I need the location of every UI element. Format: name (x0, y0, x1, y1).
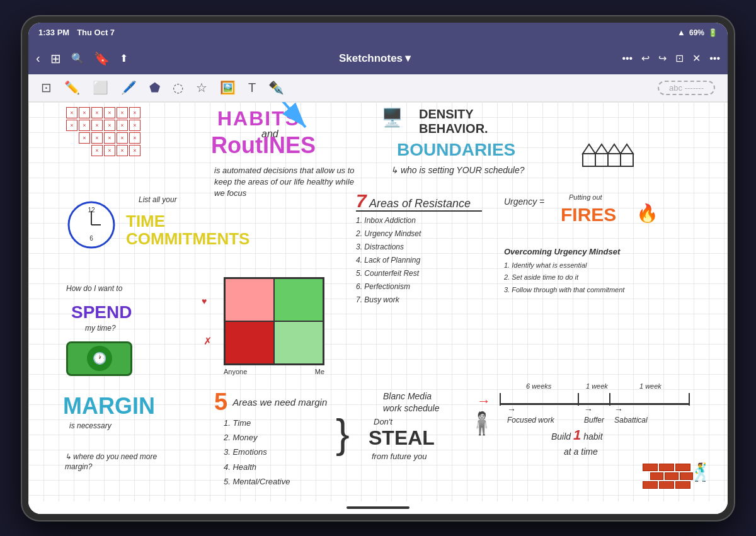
lasso-tool[interactable]: ◌ (173, 80, 183, 95)
date-display: Thu Oct 7 (77, 28, 115, 37)
main-content: ××× ××× ××× ××× ×× ××× ××× × 🖥️ (28, 102, 728, 501)
five-list: 1. Time 2. Money 3. Emotions 4. Health 5… (224, 416, 290, 489)
share-button[interactable]: ⬆ (120, 52, 128, 64)
status-bar: 1:33 PM Thu Oct 7 ▲ 69% 🔋 (28, 23, 728, 43)
pencil-tool[interactable]: ✏️ (64, 80, 80, 95)
battery-percent: 69% (689, 28, 704, 37)
sabattical-label: Sabattical (614, 416, 648, 425)
stick-figure-thief: 🧍 (468, 411, 496, 436)
tick-4 (689, 393, 690, 406)
page-manager-button[interactable]: ⊡ (675, 52, 684, 64)
text-tool[interactable]: T (248, 81, 256, 95)
calendar-graphic: ××× ××× ××× ××× ×× ××× ××× × (66, 107, 154, 157)
star-tool[interactable]: ☆ (196, 80, 207, 95)
svg-marker-10 (608, 144, 621, 154)
quad-cell-bottom-right (274, 321, 323, 364)
list-item: 7. Busy work (356, 294, 421, 307)
redo-button[interactable]: ↪ (658, 52, 667, 64)
svg-marker-9 (595, 144, 608, 154)
status-left: 1:33 PM Thu Oct 7 (38, 28, 115, 37)
pen2-tool[interactable]: ✒️ (268, 80, 284, 95)
sabattical-arrow: → (614, 404, 623, 414)
margin-title: MARGIN (63, 393, 155, 419)
anyone-label: Anyone (224, 368, 247, 375)
quadrant-chart: Anyone Me (224, 277, 337, 384)
battery-icon: 🔋 (708, 28, 718, 37)
five-number: 5 (214, 389, 227, 416)
monitor-icon: 🖥️ (381, 107, 403, 128)
focused-arrow: → (507, 404, 516, 414)
list-item: 1. Inbox Addiction (356, 214, 421, 227)
from-future-text: from future you (372, 452, 427, 461)
home-bar (346, 506, 410, 509)
text-style-selector[interactable]: abc ------- (658, 81, 715, 95)
habit-label: habit (583, 431, 602, 442)
buffer-arrow: → (584, 404, 593, 414)
nav-left: ‹ ⊞ 🔍 🔖 ⬆ (36, 51, 128, 66)
buffer-label: Buffer (584, 416, 604, 425)
back-button[interactable]: ‹ (36, 51, 40, 66)
bookmark-button[interactable]: 🔖 (94, 51, 110, 66)
areas-list: 1. Inbox Addiction 2. Urgency Mindset 3.… (356, 214, 421, 307)
red-arrow-icon: → (477, 393, 491, 409)
build-habit-text: Build 1 habit at a time (551, 425, 603, 459)
clock-icon-money: 🕐 (93, 351, 106, 365)
five-item-3: 3. Emotions (224, 445, 290, 459)
ipad-screen: 1:33 PM Thu Oct 7 ▲ 69% 🔋 ‹ ⊞ 🔍 🔖 ⬆ Sket… (28, 23, 728, 514)
heart-icon: ♥ (202, 296, 207, 306)
areas-resistance-text: Areas of Resistance (369, 197, 471, 210)
overcoming-item-3: 3. Follow through with that commitment (504, 284, 624, 297)
fence-icon (580, 141, 636, 174)
highlighter-tool[interactable]: 🖊️ (121, 80, 137, 95)
habits-title: HABITS (217, 107, 300, 130)
seven-number: 7 (356, 190, 367, 211)
putting-out-text: Putting out (569, 193, 602, 201)
urgency-text: Urgency = (504, 197, 544, 207)
five-item-4: 4. Health (224, 460, 290, 474)
nav-center: Sketchnotes ▾ (128, 52, 622, 65)
svg-marker-11 (621, 144, 633, 154)
build-label: Build (551, 431, 571, 442)
close-button[interactable]: ✕ (692, 52, 701, 64)
underline-decoration (356, 210, 482, 212)
overcoming-list: 1. Identify what is essential 2. Set asi… (504, 259, 624, 297)
one-week-1-label: 1 week (586, 382, 608, 390)
toolbar: ⊡ ✏️ ⬜ 🖊️ ⬟ ◌ ☆ 🖼️ T ✒️ abc ------- (28, 74, 728, 102)
six-weeks-label: 6 weeks (526, 382, 551, 390)
timeline-bar (500, 403, 689, 405)
x-mark-icon: ✗ (203, 335, 212, 347)
stick-figure-right: 🕺 (690, 462, 712, 482)
document-title[interactable]: Sketchnotes ▾ (339, 52, 411, 65)
list-item: 5. Counterfeit Rest (356, 267, 421, 280)
money-graphic: 🕐 (66, 341, 132, 376)
ellipsis-top[interactable]: ••• (622, 53, 633, 64)
eraser-tool[interactable]: ⬜ (93, 80, 108, 95)
my-time-text: my time? (85, 324, 116, 333)
nav-bar: ‹ ⊞ 🔍 🔖 ⬆ Sketchnotes ▾ ••• ↩ ↪ ⊡ ✕ ••• (28, 43, 728, 74)
spend-title: SPEND (71, 302, 132, 322)
blanc-media-text: Blanc Mediawork schedule (383, 391, 440, 415)
svg-marker-8 (583, 144, 595, 154)
brace-symbol: } (336, 416, 350, 453)
list-item: 2. Urgency Mindset (356, 227, 421, 241)
grid-view-button[interactable]: ⊞ (50, 51, 61, 66)
quadrant-labels: Anyone Me (224, 368, 324, 375)
wifi-icon: ▲ (677, 28, 685, 37)
fire-icon: 🔥 (636, 203, 658, 224)
brick-wall-graphic (643, 464, 693, 492)
automated-text: is automated decisions that allow us to … (214, 165, 359, 200)
list-item: 3. Distractions (356, 241, 421, 254)
shapes-tool[interactable]: ⬟ (149, 80, 160, 95)
undo-button[interactable]: ↩ (641, 52, 650, 64)
density-behavior-title: DENSITY BEHAVIOR. (419, 107, 488, 136)
photo-tool[interactable]: 🖼️ (220, 80, 236, 95)
home-indicator[interactable] (28, 501, 728, 514)
overcoming-title: Overcoming Urgency Mindset (504, 247, 620, 256)
image-tool[interactable]: ⊡ (41, 80, 52, 95)
money-inner-circle: 🕐 (87, 346, 112, 371)
at-time-label: at a time (564, 447, 598, 457)
clock-graphic: 12 6 (66, 200, 117, 250)
five-item-1: 1. Time (224, 416, 290, 430)
search-button[interactable]: 🔍 (71, 52, 84, 64)
more-button[interactable]: ••• (709, 53, 720, 64)
